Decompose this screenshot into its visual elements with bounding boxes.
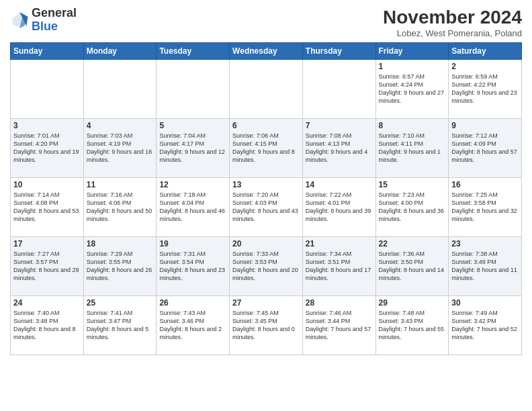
logo-blue: Blue	[32, 20, 77, 34]
day-number: 4	[87, 121, 154, 130]
day-info: Sunrise: 7:23 AM Sunset: 4:00 PM Dayligh…	[379, 191, 446, 224]
day-number: 2	[451, 62, 519, 71]
calendar-cell: 23Sunrise: 7:38 AM Sunset: 3:49 PM Dayli…	[449, 237, 522, 296]
day-number: 11	[87, 180, 154, 189]
day-info: Sunrise: 7:08 AM Sunset: 4:13 PM Dayligh…	[306, 132, 373, 165]
day-info: Sunrise: 7:01 AM Sunset: 4:20 PM Dayligh…	[13, 132, 81, 165]
calendar-cell	[11, 60, 84, 119]
calendar-cell: 16Sunrise: 7:25 AM Sunset: 3:58 PM Dayli…	[449, 178, 522, 237]
day-info: Sunrise: 7:27 AM Sunset: 3:57 PM Dayligh…	[13, 250, 81, 283]
day-info: Sunrise: 7:12 AM Sunset: 4:09 PM Dayligh…	[451, 132, 519, 165]
day-info: Sunrise: 7:20 AM Sunset: 4:03 PM Dayligh…	[232, 191, 300, 224]
day-number: 1	[379, 62, 446, 71]
calendar-cell	[83, 60, 157, 119]
logo-text: General Blue	[32, 7, 77, 34]
logo-general: General	[32, 7, 77, 20]
day-info: Sunrise: 7:33 AM Sunset: 3:53 PM Dayligh…	[232, 250, 300, 283]
calendar-cell: 30Sunrise: 7:49 AM Sunset: 3:42 PM Dayli…	[449, 296, 522, 355]
day-info: Sunrise: 6:59 AM Sunset: 4:22 PM Dayligh…	[451, 73, 519, 105]
calendar-cell	[230, 60, 303, 119]
day-info: Sunrise: 7:41 AM Sunset: 3:47 PM Dayligh…	[87, 309, 154, 342]
day-number: 24	[13, 298, 81, 308]
week-row-4: 17Sunrise: 7:27 AM Sunset: 3:57 PM Dayli…	[11, 237, 522, 296]
day-info: Sunrise: 7:06 AM Sunset: 4:15 PM Dayligh…	[232, 132, 300, 165]
day-info: Sunrise: 7:29 AM Sunset: 3:55 PM Dayligh…	[87, 250, 154, 283]
calendar-cell: 15Sunrise: 7:23 AM Sunset: 4:00 PM Dayli…	[375, 178, 449, 237]
calendar-cell: 13Sunrise: 7:20 AM Sunset: 4:03 PM Dayli…	[230, 178, 303, 237]
calendar-table: SundayMondayTuesdayWednesdayThursdayFrid…	[10, 42, 522, 355]
day-number: 6	[232, 121, 300, 130]
day-info: Sunrise: 6:57 AM Sunset: 4:24 PM Dayligh…	[379, 73, 446, 105]
day-info: Sunrise: 7:48 AM Sunset: 3:43 PM Dayligh…	[379, 309, 446, 342]
calendar-cell: 7Sunrise: 7:08 AM Sunset: 4:13 PM Daylig…	[302, 119, 375, 178]
day-number: 26	[159, 298, 226, 308]
calendar-cell: 8Sunrise: 7:10 AM Sunset: 4:11 PM Daylig…	[375, 119, 449, 178]
calendar-cell: 28Sunrise: 7:46 AM Sunset: 3:44 PM Dayli…	[302, 296, 375, 355]
calendar-cell: 25Sunrise: 7:41 AM Sunset: 3:47 PM Dayli…	[83, 296, 157, 355]
calendar-cell: 24Sunrise: 7:40 AM Sunset: 3:48 PM Dayli…	[11, 296, 84, 355]
week-row-5: 24Sunrise: 7:40 AM Sunset: 3:48 PM Dayli…	[11, 296, 522, 355]
day-info: Sunrise: 7:43 AM Sunset: 3:46 PM Dayligh…	[159, 309, 226, 342]
day-info: Sunrise: 7:34 AM Sunset: 3:51 PM Dayligh…	[306, 250, 373, 283]
calendar-cell: 9Sunrise: 7:12 AM Sunset: 4:09 PM Daylig…	[449, 119, 522, 178]
day-number: 13	[232, 180, 300, 189]
day-info: Sunrise: 7:38 AM Sunset: 3:49 PM Dayligh…	[451, 250, 519, 283]
day-number: 8	[379, 121, 446, 130]
calendar-cell: 6Sunrise: 7:06 AM Sunset: 4:15 PM Daylig…	[230, 119, 303, 178]
day-number: 7	[306, 121, 373, 130]
day-info: Sunrise: 7:14 AM Sunset: 4:08 PM Dayligh…	[13, 191, 81, 224]
calendar-cell: 18Sunrise: 7:29 AM Sunset: 3:55 PM Dayli…	[83, 237, 157, 296]
calendar-cell: 26Sunrise: 7:43 AM Sunset: 3:46 PM Dayli…	[157, 296, 230, 355]
weekday-monday: Monday	[83, 43, 157, 60]
day-number: 5	[159, 121, 226, 130]
day-number: 19	[159, 239, 226, 248]
week-row-2: 3Sunrise: 7:01 AM Sunset: 4:20 PM Daylig…	[11, 119, 522, 178]
day-number: 25	[87, 298, 154, 308]
day-number: 9	[451, 121, 519, 130]
calendar-cell: 1Sunrise: 6:57 AM Sunset: 4:24 PM Daylig…	[375, 60, 449, 119]
calendar-cell: 4Sunrise: 7:03 AM Sunset: 4:19 PM Daylig…	[83, 119, 157, 178]
day-number: 14	[306, 180, 373, 189]
calendar-cell: 27Sunrise: 7:45 AM Sunset: 3:45 PM Dayli…	[230, 296, 303, 355]
day-info: Sunrise: 7:03 AM Sunset: 4:19 PM Dayligh…	[87, 132, 154, 165]
day-number: 10	[13, 180, 81, 189]
calendar-body: 1Sunrise: 6:57 AM Sunset: 4:24 PM Daylig…	[11, 60, 522, 355]
logo: General Blue	[10, 7, 77, 34]
weekday-row: SundayMondayTuesdayWednesdayThursdayFrid…	[11, 43, 522, 60]
calendar-cell: 14Sunrise: 7:22 AM Sunset: 4:01 PM Dayli…	[302, 178, 375, 237]
day-number: 15	[379, 180, 446, 189]
day-info: Sunrise: 7:10 AM Sunset: 4:11 PM Dayligh…	[379, 132, 446, 165]
day-info: Sunrise: 7:18 AM Sunset: 4:04 PM Dayligh…	[159, 191, 226, 224]
day-info: Sunrise: 7:16 AM Sunset: 4:06 PM Dayligh…	[87, 191, 154, 224]
calendar-cell: 19Sunrise: 7:31 AM Sunset: 3:54 PM Dayli…	[157, 237, 230, 296]
day-number: 27	[232, 298, 300, 308]
day-number: 20	[232, 239, 300, 248]
day-number: 12	[159, 180, 226, 189]
weekday-thursday: Thursday	[302, 43, 375, 60]
weekday-sunday: Sunday	[11, 43, 84, 60]
location: Lobez, West Pomerania, Poland	[383, 28, 522, 38]
calendar-cell: 5Sunrise: 7:04 AM Sunset: 4:17 PM Daylig…	[157, 119, 230, 178]
calendar-cell: 29Sunrise: 7:48 AM Sunset: 3:43 PM Dayli…	[375, 296, 449, 355]
calendar-cell: 10Sunrise: 7:14 AM Sunset: 4:08 PM Dayli…	[11, 178, 84, 237]
day-info: Sunrise: 7:49 AM Sunset: 3:42 PM Dayligh…	[451, 309, 519, 342]
page: General Blue November 2024 Lobez, West P…	[0, 0, 532, 411]
day-number: 16	[451, 180, 519, 189]
day-info: Sunrise: 7:45 AM Sunset: 3:45 PM Dayligh…	[232, 309, 300, 342]
day-info: Sunrise: 7:22 AM Sunset: 4:01 PM Dayligh…	[306, 191, 373, 224]
header: General Blue November 2024 Lobez, West P…	[10, 7, 522, 38]
weekday-friday: Friday	[375, 43, 449, 60]
day-info: Sunrise: 7:04 AM Sunset: 4:17 PM Dayligh…	[159, 132, 226, 165]
day-number: 3	[13, 121, 81, 130]
calendar-cell: 17Sunrise: 7:27 AM Sunset: 3:57 PM Dayli…	[11, 237, 84, 296]
weekday-wednesday: Wednesday	[230, 43, 303, 60]
day-number: 22	[379, 239, 446, 248]
month-title: November 2024	[383, 7, 522, 28]
week-row-3: 10Sunrise: 7:14 AM Sunset: 4:08 PM Dayli…	[11, 178, 522, 237]
day-number: 30	[451, 298, 519, 308]
calendar-cell: 22Sunrise: 7:36 AM Sunset: 3:50 PM Dayli…	[375, 237, 449, 296]
weekday-saturday: Saturday	[449, 43, 522, 60]
day-number: 18	[87, 239, 154, 248]
calendar-cell	[157, 60, 230, 119]
day-number: 21	[306, 239, 373, 248]
